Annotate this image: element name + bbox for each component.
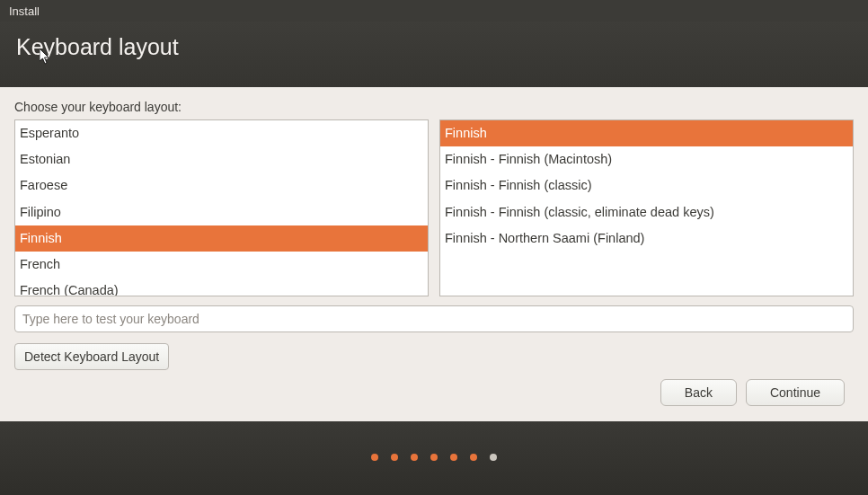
- layout-list-item[interactable]: Finnish: [15, 225, 428, 252]
- window-titlebar: Install: [0, 0, 868, 22]
- progress-dot: [391, 454, 398, 461]
- progress-dot: [430, 454, 438, 461]
- variant-list-item[interactable]: Finnish - Northern Saami (Finland): [440, 225, 853, 252]
- layout-list-item[interactable]: Filipino: [15, 199, 428, 225]
- layout-list-item[interactable]: Esperanto: [15, 120, 428, 146]
- choose-layout-label: Choose your keyboard layout:: [14, 100, 854, 114]
- content-area: Choose your keyboard layout: EsperantoEs…: [0, 87, 868, 370]
- progress-dot: [470, 454, 477, 461]
- page-header: Keyboard layout: [0, 22, 868, 87]
- variant-list-item[interactable]: Finnish - Finnish (Macintosh): [440, 146, 853, 172]
- layout-lists: EsperantoEstonianFaroeseFilipinoFinnishF…: [14, 119, 854, 296]
- detect-keyboard-button[interactable]: Detect Keyboard Layout: [14, 343, 169, 370]
- back-button[interactable]: Back: [660, 379, 737, 406]
- variant-list-item[interactable]: Finnish: [440, 120, 853, 146]
- nav-actions: Back Continue: [660, 379, 845, 406]
- layout-list-item[interactable]: French: [15, 252, 428, 278]
- progress-dot: [371, 454, 378, 461]
- progress-dots: [371, 454, 497, 461]
- keyboard-test-input[interactable]: [14, 305, 854, 332]
- continue-button[interactable]: Continue: [746, 379, 845, 406]
- variant-list-item[interactable]: Finnish - Finnish (classic, eliminate de…: [440, 199, 853, 225]
- footer: [0, 421, 868, 495]
- progress-dot: [490, 454, 497, 461]
- variant-listbox[interactable]: FinnishFinnish - Finnish (Macintosh)Finn…: [439, 119, 854, 296]
- layout-listbox[interactable]: EsperantoEstonianFaroeseFilipinoFinnishF…: [14, 119, 429, 296]
- window-title: Install: [9, 4, 40, 18]
- variant-list-item[interactable]: Finnish - Finnish (classic): [440, 172, 853, 199]
- page-title: Keyboard layout: [16, 34, 852, 60]
- layout-list-item[interactable]: Faroese: [15, 172, 428, 199]
- layout-list-item[interactable]: French (Canada): [15, 278, 428, 296]
- layout-list-item[interactable]: Estonian: [15, 146, 428, 172]
- progress-dot: [450, 454, 457, 461]
- progress-dot: [411, 454, 418, 461]
